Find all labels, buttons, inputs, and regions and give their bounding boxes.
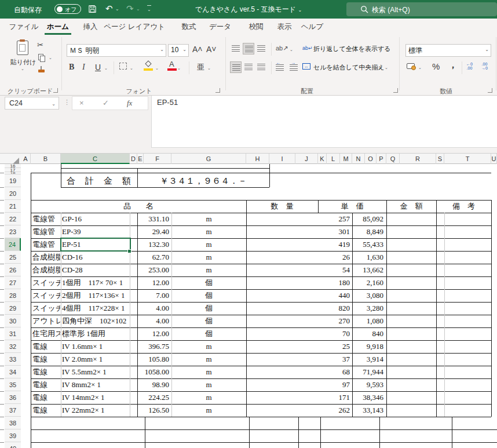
row-header-28[interactable]: 28 — [5, 289, 21, 302]
row-header-20[interactable]: 20 — [5, 187, 21, 200]
cell-quantity[interactable]: 396.75 — [119, 340, 169, 353]
alignment-dialog-launcher-icon[interactable] — [393, 88, 398, 93]
row-header-36[interactable]: 36 — [5, 391, 21, 404]
cell-unit-price[interactable]: 97 — [278, 378, 350, 391]
total-amount-cell[interactable]: ￥３４１，９６４．－ — [138, 174, 268, 187]
shrink-font-button[interactable]: A˅ — [206, 45, 217, 54]
cell-amount[interactable]: 71,944 — [348, 366, 383, 378]
cell-amount[interactable]: 3,080 — [348, 289, 383, 302]
cell-unit[interactable]: 個 — [171, 327, 246, 340]
header-cell-quantity[interactable]: 数 量 — [246, 200, 318, 213]
cell-quantity[interactable]: 12.00 — [119, 327, 169, 340]
cell-amount[interactable]: 9,593 — [348, 378, 383, 391]
cell-unit[interactable]: m — [171, 251, 246, 264]
percent-style-icon[interactable]: % — [432, 61, 440, 71]
row-header-22[interactable]: 22 — [5, 213, 21, 225]
row-header-35[interactable]: 35 — [5, 378, 21, 391]
column-header-H[interactable]: H — [246, 154, 269, 164]
cell-unit-price[interactable]: 70 — [278, 327, 350, 340]
cell-amount[interactable]: 3,914 — [348, 353, 383, 366]
cell-quantity[interactable]: 7.00 — [119, 289, 169, 302]
row-header-31[interactable]: 31 — [5, 327, 21, 340]
formula-bar-grip-icon[interactable]: ⋮ — [64, 99, 70, 106]
cell-unit-price[interactable]: 257 — [278, 213, 350, 225]
phonetic-caret-icon[interactable]: ⌄ — [207, 66, 211, 71]
column-header-T[interactable]: T — [444, 154, 491, 164]
cell-unit[interactable]: 個 — [171, 302, 246, 315]
row-header-16[interactable]: 16 — [5, 164, 21, 168]
row-header-21[interactable]: 21 — [5, 200, 21, 213]
cell-unit-price[interactable]: 262 — [278, 404, 350, 417]
column-header-F[interactable]: F — [144, 154, 171, 164]
cell-unit-price[interactable]: 180 — [278, 276, 350, 289]
cell-unit-price[interactable]: 301 — [278, 225, 350, 238]
cell-quantity[interactable]: 331.10 — [119, 213, 169, 225]
cell-unit[interactable]: m — [171, 225, 246, 238]
cell-amount[interactable]: 33,143 — [348, 404, 383, 417]
cell-unit[interactable]: m — [171, 238, 246, 251]
column-header-M[interactable]: M — [340, 154, 352, 164]
cell-amount[interactable]: 8,849 — [348, 225, 383, 238]
cell-quantity[interactable]: 126.50 — [119, 404, 169, 417]
cell-amount[interactable]: 1,080 — [348, 315, 383, 327]
tab-ページ レイアウト[interactable]: ページ レイアウト — [104, 22, 165, 32]
tab-校閲[interactable]: 校閲 — [249, 22, 264, 32]
column-header-A[interactable]: A — [21, 154, 31, 164]
cell-amount[interactable]: 55,433 — [348, 238, 383, 251]
cell-quantity[interactable]: 12.00 — [119, 276, 169, 289]
tab-数式[interactable]: 数式 — [182, 22, 196, 32]
row-header-17[interactable]: 17 — [5, 168, 21, 172]
cell-unit[interactable]: m — [171, 391, 246, 404]
cell-amount[interactable]: 2,160 — [348, 276, 383, 289]
borders-caret-icon[interactable]: ⌄ — [130, 66, 133, 71]
cell-unit[interactable]: m — [171, 366, 246, 378]
tab-データ[interactable]: データ — [209, 22, 231, 32]
cell-unit[interactable]: m — [171, 264, 246, 276]
column-header-S[interactable]: S — [436, 154, 444, 164]
cell-quantity[interactable]: 224.25 — [119, 391, 169, 404]
row-header-33[interactable]: 33 — [5, 353, 21, 366]
cell-quantity[interactable]: 4.00 — [119, 315, 169, 327]
grow-font-button[interactable]: A˄ — [192, 45, 203, 54]
align-right-button[interactable] — [255, 61, 267, 73]
phonetic-guide-icon[interactable]: 亜 — [197, 62, 204, 72]
column-header-P[interactable]: P — [377, 154, 386, 164]
underline-caret-icon[interactable]: ⌄ — [104, 66, 108, 71]
header-cell-unit-price[interactable]: 単 価 — [318, 200, 386, 213]
paste-button[interactable]: 貼り付け ⌄ — [9, 39, 37, 80]
search-box[interactable]: 検索 (Alt+Q) — [346, 2, 497, 16]
cell-product-b[interactable]: 合成樹脂 — [32, 251, 60, 264]
column-header-R[interactable]: R — [400, 154, 436, 164]
align-middle-button[interactable] — [243, 43, 254, 54]
column-header-Q[interactable]: Q — [386, 154, 400, 164]
cell-unit-price[interactable]: 419 — [278, 238, 350, 251]
row-header-34[interactable]: 34 — [5, 366, 21, 378]
cell-unit-price[interactable]: 68 — [278, 366, 350, 378]
tab-ファイル[interactable]: ファイル — [9, 22, 38, 32]
underline-button[interactable]: U — [95, 63, 101, 72]
row-header-38[interactable]: 38 — [5, 417, 21, 429]
borders-icon[interactable] — [119, 63, 127, 70]
column-header-D[interactable]: D — [130, 154, 137, 164]
tab-表示[interactable]: 表示 — [277, 22, 292, 32]
column-header-C[interactable]: C — [61, 154, 130, 164]
italic-button[interactable]: I — [82, 63, 85, 72]
cell-unit-price[interactable]: 820 — [278, 302, 350, 315]
confirm-entry-icon[interactable]: ✓ — [103, 99, 109, 107]
cell-quantity[interactable]: 29.40 — [119, 225, 169, 238]
cell-product-b[interactable]: 電線 — [32, 353, 60, 366]
row-header-19[interactable]: 19 — [5, 174, 21, 187]
cell-product-b[interactable]: アウトレッ — [32, 315, 60, 327]
insert-function-icon[interactable]: fx — [127, 99, 132, 108]
cell-unit-price[interactable]: 440 — [278, 289, 350, 302]
comma-style-icon[interactable]: ， — [448, 59, 458, 71]
column-header-N[interactable]: N — [352, 154, 365, 164]
cell-product-b[interactable]: 電線 — [32, 378, 60, 391]
cell-product-b[interactable]: 電線 — [32, 340, 60, 353]
cell-amount[interactable]: 38,346 — [348, 391, 383, 404]
header-cell-amount[interactable]: 金 額 — [386, 200, 436, 213]
cell-product-b[interactable]: スイッチ — [32, 289, 60, 302]
row-header-26[interactable]: 26 — [5, 264, 21, 276]
cell-unit[interactable]: m — [171, 340, 246, 353]
cell-unit[interactable]: m — [171, 378, 246, 391]
